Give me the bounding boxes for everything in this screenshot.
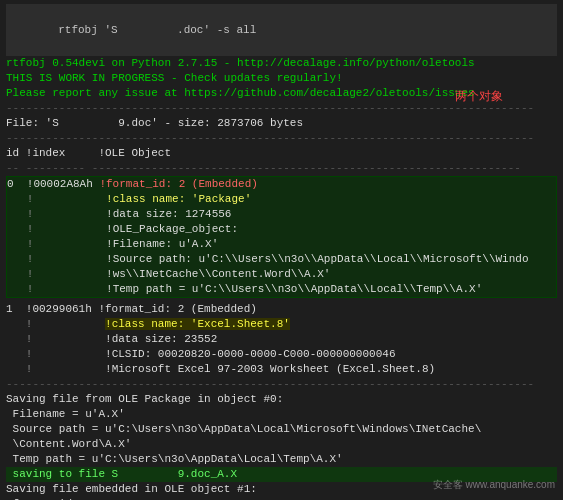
- obj0-line1: 0 !00002A8Ah !format_id: 2 (Embedded): [7, 177, 556, 192]
- obj1-line3: ! !data size: 23552: [6, 332, 557, 347]
- title-bar: rtfobj 'S .doc' -s all: [6, 4, 557, 56]
- saving-0-temp: Temp path = u'C:\Users\n3o\AppData\Local…: [6, 452, 557, 467]
- object-0-block: 0 !00002A8Ah !format_id: 2 (Embedded) ! …: [6, 176, 557, 298]
- sep-3: -- --------- ---------------------------…: [6, 161, 557, 176]
- obj0-line8: ! !Temp path = u'C:\\Users\\n3o\\AppData…: [7, 282, 556, 297]
- line-2: THIS IS WORK IN PROGRESS - Check updates…: [6, 71, 557, 86]
- saving-0-filename: Filename = u'A.X': [6, 407, 557, 422]
- obj1-line5: ! !Microsoft Excel 97-2003 Worksheet (Ex…: [6, 362, 557, 377]
- saving-0-header: Saving file from OLE Package in object #…: [6, 392, 557, 407]
- object-1-block: 1 !00299061h !format_id: 2 (Embedded) ! …: [6, 302, 557, 377]
- obj1-line1: 1 !00299061h !format_id: 2 (Embedded): [6, 302, 557, 317]
- obj0-line2: ! !class name: 'Package': [7, 192, 556, 207]
- annotation-two-objects: 两个对象: [455, 88, 503, 105]
- watermark: 安全客 www.anquanke.com: [433, 478, 555, 492]
- sep-5: ----------------------------------------…: [6, 377, 557, 392]
- obj0-line3: ! !data size: 1274556: [7, 207, 556, 222]
- obj0-line7: ! !ws\\INetCache\\Content.Word\\A.X': [7, 267, 556, 282]
- sep-2: ----------------------------------------…: [6, 131, 557, 146]
- file-info: File: 'S 9.doc' - size: 2873706 bytes: [6, 116, 557, 131]
- saving-0-source2: \Content.Word\A.X': [6, 437, 557, 452]
- line-1: rtfobj 0.54devi on Python 2.7.15 - http:…: [6, 56, 557, 71]
- obj0-line4: ! !OLE_Package_object:: [7, 222, 556, 237]
- obj0-line6: ! !Source path: u'C:\\Users\\n3o\\AppDat…: [7, 252, 556, 267]
- table-header: id !index !OLE Object: [6, 146, 557, 161]
- obj1-line2: ! !class name: 'Excel.Sheet.8': [6, 317, 557, 332]
- obj0-line5: ! !Filename: u'A.X': [7, 237, 556, 252]
- obj1-line4: ! !CLSID: 00020820-0000-0000-C000-000000…: [6, 347, 557, 362]
- terminal-window: rtfobj 'S .doc' -s all rtfobj 0.54devi o…: [0, 0, 563, 500]
- saving-0-source: Source path = u'C:\Users\n3o\AppData\Loc…: [6, 422, 557, 437]
- title-text: rtfobj 'S .doc' -s all: [38, 24, 256, 36]
